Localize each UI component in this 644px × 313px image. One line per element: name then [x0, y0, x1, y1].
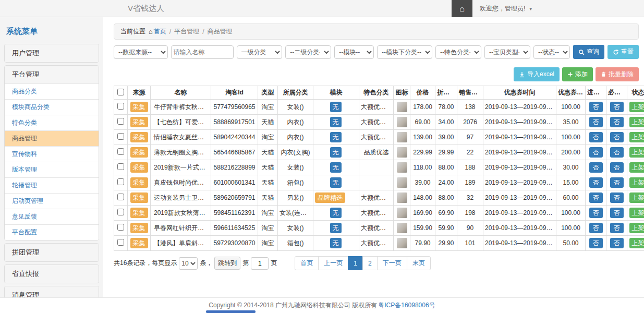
row-checkbox[interactable] [117, 148, 124, 155]
feature-category: 大额优惠券 [359, 190, 394, 206]
imported-toggle[interactable]: 否 [589, 117, 603, 127]
home-button[interactable]: ⌂ [452, 0, 472, 17]
sidebar-item-promo-material[interactable]: 宣传物料 [5, 146, 99, 162]
row-checkbox[interactable] [117, 103, 124, 110]
sidebar-item-message-mgmt[interactable]: 消息管理 [5, 286, 99, 297]
sidebar-item-version-mgmt[interactable]: 版本管理 [5, 162, 99, 177]
jump-page-input[interactable] [251, 257, 269, 270]
sidebar-item-module-goods-category[interactable]: 模块商品分类 [5, 99, 99, 115]
table-header-row: 来源 名称 淘客Id 类型 所属分类 模块 特色分类 图标 [114, 86, 644, 100]
status-toggle[interactable]: 上架 [629, 177, 644, 187]
must-buy-toggle[interactable]: 否 [610, 238, 624, 248]
imported-toggle[interactable]: 否 [589, 177, 603, 187]
goods-table: 来源 名称 淘客Id 类型 所属分类 模块 特色分类 图标 [114, 86, 644, 251]
user-menu[interactable]: 欢迎您，管理员! ▼ [480, 4, 533, 13]
row-checkbox[interactable] [117, 194, 124, 200]
last-page-button[interactable]: 末页 [407, 256, 431, 270]
category1-select[interactable]: 一级分类 [237, 45, 283, 59]
import-excel-button[interactable]: 导入excel [514, 67, 560, 81]
sales-count: 138 [457, 100, 483, 115]
next-page-button[interactable]: 下一页 [377, 256, 407, 270]
status-toggle[interactable]: 上架 [629, 132, 644, 142]
sidebar-group: 消息管理 [4, 286, 99, 297]
page-button-1[interactable]: 1 [348, 256, 363, 270]
caret-down-icon: ▼ [529, 7, 533, 11]
status-toggle[interactable]: 上架 [629, 223, 644, 233]
sidebar-item-goods-category[interactable]: 商品分类 [5, 83, 99, 99]
add-button[interactable]: 添加 [562, 67, 593, 81]
sidebar-item-platform-mgmt[interactable]: 平台管理 [5, 66, 99, 83]
item-type-select[interactable]: --宝贝类型-- [484, 45, 530, 59]
data-source-select[interactable]: --数据来源-- [114, 45, 168, 59]
module-sub-select[interactable]: --模块下分类-- [377, 45, 432, 59]
row-checkbox[interactable] [117, 224, 124, 231]
row-checkbox[interactable] [117, 239, 124, 246]
horizontal-scrollbar-thumb[interactable] [206, 310, 256, 313]
breadcrumb-home-link[interactable]: ⌂ 首页 [149, 27, 166, 36]
imported-toggle[interactable]: 否 [589, 147, 603, 157]
module-cell: 无 [313, 130, 359, 145]
status-toggle[interactable]: 上架 [629, 117, 644, 127]
status-select[interactable]: --状态-- [533, 45, 570, 59]
must-buy-toggle[interactable]: 否 [610, 208, 624, 218]
status-toggle[interactable]: 上架 [629, 192, 644, 202]
sidebar-item-platform-config[interactable]: 平台配置 [5, 224, 99, 240]
batch-delete-button[interactable]: 批量删除 [596, 67, 639, 81]
row-checkbox[interactable] [117, 133, 124, 140]
imported-toggle[interactable]: 否 [589, 132, 603, 142]
must-buy-toggle[interactable]: 否 [610, 223, 624, 233]
search-button[interactable]: 查询 [573, 45, 604, 59]
column-header: 优惠券金额 [556, 86, 586, 100]
sidebar-item-feature-category[interactable]: 特色分类 [5, 115, 99, 130]
module-badge: 无 [330, 132, 342, 142]
row-checkbox[interactable] [117, 163, 124, 170]
row-checkbox[interactable] [117, 178, 124, 185]
imported-toggle[interactable]: 否 [589, 192, 603, 202]
imported-toggle[interactable]: 否 [589, 223, 603, 233]
imported-toggle[interactable]: 否 [589, 208, 603, 218]
price: 178.00 [410, 100, 435, 115]
prev-page-button[interactable]: 上一页 [318, 256, 348, 270]
page-button-2[interactable]: 2 [362, 256, 378, 270]
imported-toggle[interactable]: 否 [589, 162, 603, 172]
sidebar-item-splash-mgmt[interactable]: 启动页管理 [5, 193, 99, 209]
must-buy-toggle[interactable]: 否 [610, 192, 624, 202]
search-icon [578, 49, 585, 55]
must-buy-toggle[interactable]: 否 [610, 177, 624, 187]
status-toggle[interactable]: 上架 [629, 208, 644, 218]
sidebar-item-goods-mgmt[interactable]: 商品管理 [5, 130, 99, 146]
status-toggle[interactable]: 上架 [629, 238, 644, 248]
jump-button[interactable]: 跳转到 [214, 257, 240, 270]
status-toggle[interactable]: 上架 [629, 162, 644, 172]
imported-toggle[interactable]: 否 [589, 238, 603, 248]
must-buy-toggle[interactable]: 否 [610, 147, 624, 157]
must-buy-toggle[interactable]: 否 [610, 132, 624, 142]
imported-toggle[interactable]: 否 [589, 102, 603, 112]
per-page-select[interactable]: 10 [179, 257, 198, 270]
row-checkbox[interactable] [117, 118, 124, 125]
source-badge: 采集 [130, 208, 148, 218]
reset-button[interactable]: 重置 [607, 45, 639, 59]
name-search-input[interactable] [171, 45, 234, 59]
sidebar-item-express-news[interactable]: 省直快报 [5, 265, 99, 283]
status-toggle[interactable]: 上架 [629, 102, 644, 112]
feature-category: 大额优惠券 [359, 206, 394, 221]
must-buy-toggle[interactable]: 否 [610, 162, 624, 172]
category2-select[interactable]: --二级分类-- [285, 45, 331, 59]
must-buy-toggle[interactable]: 否 [610, 117, 624, 127]
row-checkbox[interactable] [117, 209, 124, 215]
sidebar-item-group-buy-mgmt[interactable]: 拼团管理 [5, 244, 99, 261]
icp-link[interactable]: 粤ICP备16098006号 [378, 301, 435, 310]
platform-type: 淘宝 [258, 236, 278, 251]
price: 79.90 [410, 236, 435, 251]
status-toggle[interactable]: 上架 [629, 147, 644, 157]
feature-category-select[interactable]: --特色分类-- [435, 45, 481, 59]
first-page-button[interactable]: 首页 [295, 256, 319, 270]
select-all-checkbox[interactable] [117, 89, 124, 95]
sidebar-item-carousel-mgmt[interactable]: 轮播管理 [5, 177, 99, 193]
module-select[interactable]: --模块-- [334, 45, 374, 59]
sidebar-item-feedback[interactable]: 意见反馈 [5, 209, 99, 224]
sidebar-item-user-mgmt[interactable]: 用户管理 [5, 44, 99, 62]
must-buy-toggle[interactable]: 否 [610, 102, 624, 112]
coupon-amount: 35.00 [556, 115, 586, 130]
